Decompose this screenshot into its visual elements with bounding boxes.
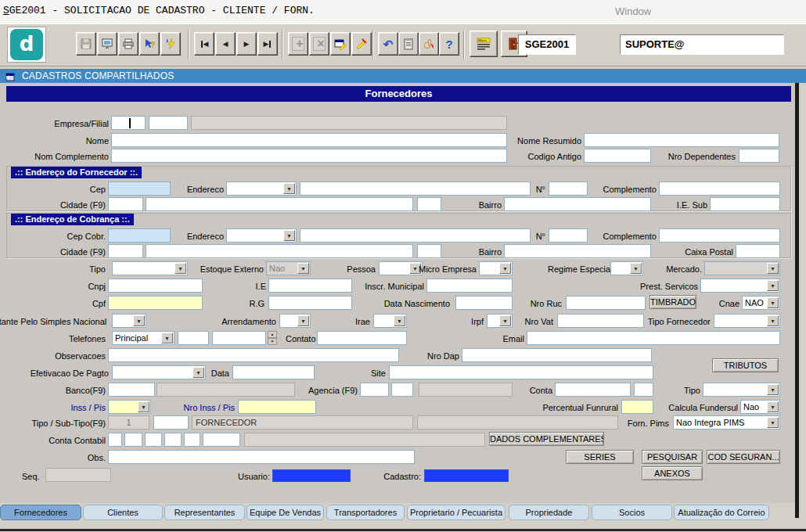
add-record-button[interactable]: + [288, 32, 308, 56]
complemento-input[interactable] [659, 182, 780, 196]
complemento-cobr-input[interactable] [659, 228, 780, 243]
irpf-select[interactable]: ▼ [487, 314, 513, 328]
nom-complemento-input[interactable] [111, 149, 507, 163]
regime-especial-select[interactable]: ▼ [610, 261, 643, 275]
email-input[interactable] [527, 331, 780, 345]
tab-equipe-de-vendas[interactable]: Equipe De Vendas [246, 505, 324, 520]
tab-propriedade[interactable]: Propriedade [509, 505, 589, 520]
contato-input[interactable] [317, 331, 407, 345]
subtipo-input[interactable] [153, 415, 189, 430]
tab-socios[interactable]: Socios [592, 505, 672, 520]
endereco-tipo-select[interactable]: ▼ [226, 182, 297, 196]
tab-atualizacao-correio[interactable]: Atualização do Correio [674, 505, 769, 520]
cpf-input[interactable] [108, 296, 203, 310]
cod-seguranca-button[interactable]: COD SEGURAN... [707, 450, 780, 464]
nro-dap-input[interactable] [462, 348, 652, 362]
nav-last-button[interactable]: ▶ [257, 32, 278, 56]
nro-ruc-input[interactable] [566, 296, 646, 310]
nro-dependentes-input[interactable] [739, 149, 779, 163]
cidade-cobr-nome-input[interactable] [146, 244, 413, 258]
bairro-input[interactable] [504, 197, 651, 211]
pesquisar-button[interactable]: PESQUISAR [642, 450, 703, 464]
execute-query-button[interactable] [160, 32, 181, 56]
cidade-cobr-codigo-input[interactable] [108, 244, 143, 258]
conta-contabil-6-input[interactable] [203, 433, 240, 447]
micro-empresa-select[interactable]: ▼ [479, 261, 513, 275]
optante-simples-select[interactable]: ▼ [112, 314, 146, 328]
nome-input[interactable] [111, 133, 507, 147]
nro-vat-input[interactable] [557, 314, 644, 328]
cnpj-input[interactable] [108, 279, 203, 293]
tab-representantes[interactable]: Representantes [164, 505, 245, 520]
caixa-postal-input[interactable] [736, 244, 780, 258]
tab-fornecedores[interactable]: Fornecedores [0, 505, 81, 520]
obs-input[interactable] [108, 450, 415, 464]
nav-first-button[interactable]: ◀ [194, 32, 214, 56]
telefones-tipo-select[interactable]: Principal▼ [112, 331, 175, 345]
telefone-spinner[interactable]: ▲▼ [268, 331, 277, 345]
pessoa-select[interactable]: ▼ [379, 261, 423, 275]
arrendamento-select[interactable]: ▼ [279, 314, 311, 328]
codigo-antigo-input[interactable] [584, 149, 651, 163]
endereco-input[interactable] [300, 182, 531, 196]
data-nascimento-input[interactable] [455, 296, 513, 310]
percentual-funrural-input[interactable] [621, 400, 653, 414]
endereco-cobr-tipo-select[interactable]: ▼ [226, 228, 297, 243]
filial-input[interactable] [149, 116, 188, 130]
conta-contabil-5-input[interactable] [184, 433, 200, 447]
conta-contabil-4-input[interactable] [164, 433, 182, 447]
inss-pis-select[interactable]: ▼ [108, 400, 151, 414]
conta-digito-input[interactable] [634, 383, 653, 397]
cidade-codigo-input[interactable] [108, 197, 143, 211]
agencia-digito-input[interactable] [391, 383, 413, 397]
tab-clientes[interactable]: Clientes [83, 505, 163, 520]
endereco-cobr-input[interactable] [300, 228, 531, 243]
efetivacao-pagto-select[interactable]: ▼ [112, 365, 206, 379]
tab-proprietario-pecuarista[interactable]: Proprietario / Pecuarista [407, 505, 506, 520]
ddd-input[interactable] [178, 331, 209, 345]
rg-input[interactable] [268, 296, 352, 310]
nav-next-button[interactable]: ▶ [236, 32, 257, 56]
telefone-input[interactable] [212, 331, 266, 345]
undo-button[interactable]: ↶ [378, 32, 398, 56]
spinner-up-icon[interactable]: ▲ [268, 331, 277, 338]
bairro-cobr-input[interactable] [504, 244, 651, 258]
help-button[interactable]: ? [439, 32, 459, 56]
agencia-input[interactable] [360, 383, 389, 397]
menu-window[interactable]: Window [615, 5, 651, 17]
ie-input[interactable] [268, 279, 352, 293]
query-help-button[interactable]: ? [139, 32, 160, 56]
numero-cobr-input[interactable] [549, 228, 588, 243]
ie-sub-input[interactable] [710, 197, 780, 211]
save-button[interactable] [76, 32, 96, 56]
dados-complementares-button[interactable]: DADOS COMPLEMENTARES [489, 432, 604, 446]
anexos-button[interactable]: ANEXOS [642, 466, 703, 480]
irae-select[interactable]: ▼ [373, 314, 407, 328]
empresa-input[interactable] [111, 116, 146, 130]
user-field[interactable]: SUPORTE@ [620, 34, 784, 55]
data-input[interactable] [232, 365, 315, 379]
site-input[interactable] [389, 365, 653, 379]
cnae-select[interactable]: NAO▼ [742, 296, 780, 310]
spinner-down-icon[interactable]: ▼ [268, 338, 277, 345]
nro-inss-pis-input[interactable] [238, 400, 316, 414]
clear-query-button[interactable] [351, 32, 372, 56]
calcula-fundersul-select[interactable]: Nao▼ [740, 400, 780, 414]
prest-servicos-select[interactable]: ▼ [700, 279, 780, 293]
app-code-field[interactable]: SGE2001 [518, 34, 576, 55]
uf-input[interactable] [417, 197, 441, 211]
conta-contabil-1-input[interactable] [108, 433, 122, 447]
tipo-select[interactable]: ▼ [112, 261, 188, 275]
conta-contabil-3-input[interactable] [145, 433, 162, 447]
inscr-municipal-input[interactable] [426, 279, 513, 293]
nav-prev-button[interactable]: ◀ [215, 32, 236, 56]
delete-record-button[interactable]: × [309, 32, 329, 56]
nome-resumido-input[interactable] [584, 133, 779, 147]
conta-input[interactable] [555, 383, 631, 397]
timbrado-button[interactable]: TIMBRADO [649, 295, 696, 309]
cidade-nome-input[interactable] [146, 197, 413, 211]
tab-transportadores[interactable]: Transportadores [326, 505, 405, 520]
observacoes-input[interactable] [108, 348, 399, 362]
numero-input[interactable] [549, 182, 588, 196]
tipo-fornecedor-select[interactable]: ▼ [714, 314, 780, 328]
